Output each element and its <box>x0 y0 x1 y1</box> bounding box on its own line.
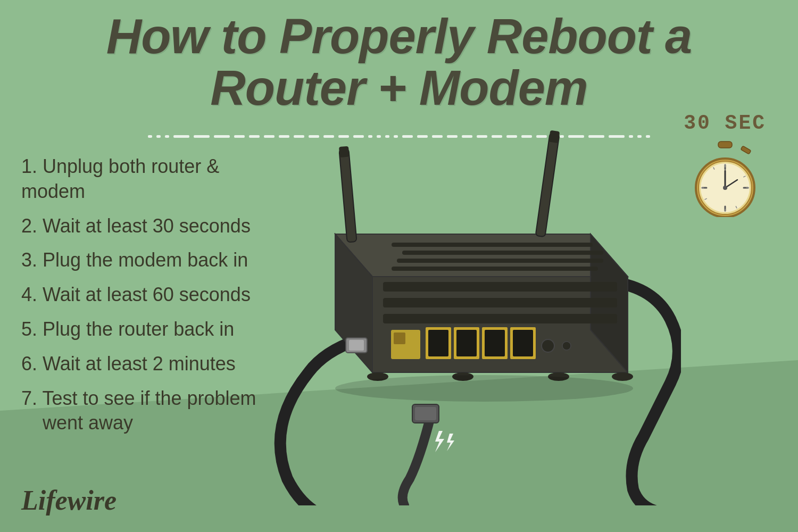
stopwatch-container: 30 SEC <box>684 112 766 217</box>
background: How to Properly Reboot a Router + Modem <box>0 0 798 532</box>
main-title: How to Properly Reboot a Router + Modem <box>21 11 777 113</box>
svg-rect-31 <box>383 314 617 323</box>
svg-rect-41 <box>513 330 533 356</box>
svg-rect-29 <box>383 282 617 292</box>
router-illustration <box>229 117 681 505</box>
svg-point-20 <box>723 186 727 190</box>
svg-rect-45 <box>339 146 350 157</box>
svg-rect-51 <box>415 407 436 420</box>
svg-rect-47 <box>548 130 560 143</box>
stopwatch-icon <box>691 137 760 217</box>
svg-point-58 <box>335 375 633 402</box>
brand-logo: Lifewire <box>21 485 117 516</box>
dot <box>156 135 161 138</box>
dot <box>165 135 169 138</box>
svg-rect-0 <box>718 142 732 148</box>
svg-rect-37 <box>456 330 477 356</box>
title-area: How to Properly Reboot a Router + Modem <box>0 11 798 113</box>
svg-rect-1 <box>741 146 751 154</box>
dot <box>194 135 210 138</box>
dot <box>214 135 230 138</box>
svg-marker-52 <box>435 431 444 452</box>
title-line2: Router + Modem <box>210 61 587 115</box>
svg-point-57 <box>612 372 633 381</box>
svg-rect-35 <box>428 330 448 356</box>
svg-point-43 <box>562 342 571 350</box>
title-line1: How to Properly Reboot a <box>106 9 692 63</box>
svg-point-42 <box>542 339 554 352</box>
svg-rect-30 <box>383 298 617 307</box>
dot <box>148 135 152 138</box>
svg-marker-53 <box>447 434 454 451</box>
step-7-cont: went away <box>43 412 133 434</box>
dot <box>173 135 189 138</box>
svg-rect-49 <box>349 340 364 351</box>
svg-rect-46 <box>536 133 560 237</box>
svg-rect-39 <box>485 330 505 356</box>
svg-rect-33 <box>394 332 405 344</box>
svg-rect-44 <box>339 149 356 243</box>
brand-name: Lifewire <box>21 485 117 516</box>
timer-label: 30 SEC <box>684 112 766 135</box>
